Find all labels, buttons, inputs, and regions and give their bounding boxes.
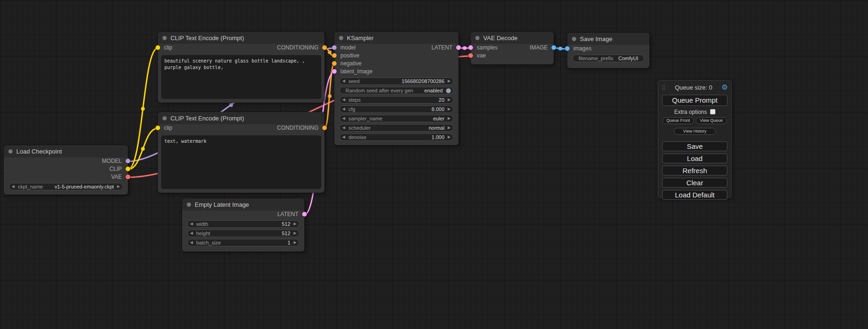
input-slot-samples[interactable] xyxy=(468,45,473,50)
load-default-button[interactable]: Load Default xyxy=(662,190,727,200)
ckpt-name-widget[interactable]: ◀ ckpt_name v1-5-pruned-emaonly.ckpt ▶ xyxy=(9,183,123,190)
output-slot-model[interactable] xyxy=(126,159,130,163)
widget-value: 1 xyxy=(288,240,290,245)
node-title-bar[interactable]: Empty Latent Image xyxy=(182,198,304,210)
increment-arrow-icon[interactable]: ▶ xyxy=(448,115,451,122)
filename-prefix-widget[interactable]: filename_prefix ComfyUI xyxy=(572,55,644,62)
node-title: KSampler xyxy=(347,35,374,42)
input-slot-vae[interactable] xyxy=(468,53,473,58)
output-slot-clip[interactable] xyxy=(126,167,130,171)
increment-arrow-icon[interactable]: ▶ xyxy=(294,220,296,228)
view-queue-button[interactable]: View Queue xyxy=(696,117,727,124)
increment-arrow-icon[interactable]: ▶ xyxy=(294,239,296,246)
load-button[interactable]: Load xyxy=(662,154,727,163)
output-slot-conditioning[interactable] xyxy=(322,45,327,50)
batch-size-widget[interactable]: ◀ batch_size 1 ▶ xyxy=(187,239,299,246)
collapse-dot-icon[interactable] xyxy=(162,36,167,40)
link-latent-sampler-midpoint-icon xyxy=(463,46,466,50)
width-widget[interactable]: ◀ width 512 ▶ xyxy=(187,220,299,228)
output-label-conditioning: CONDITIONING xyxy=(277,44,318,52)
widget-value: 20 xyxy=(439,97,445,103)
node-save-image[interactable]: Save Image images filename_prefix ComfyU… xyxy=(567,33,649,68)
increment-arrow-icon[interactable]: ▶ xyxy=(294,230,296,237)
queue-prompt-button[interactable]: Queue Prompt xyxy=(662,95,727,106)
graph-canvas[interactable]: Load Checkpoint MODEL CLIP VAE ◀ ckpt_na… xyxy=(0,0,868,329)
input-slot-images[interactable] xyxy=(565,46,570,51)
collapse-dot-icon[interactable] xyxy=(572,37,576,41)
prompt-textarea[interactable]: beautiful scenery nature glass bottle la… xyxy=(161,55,321,99)
increment-arrow-icon[interactable]: ▶ xyxy=(448,105,451,113)
random-seed-toggle-widget[interactable]: Random seed after every gen enabled xyxy=(339,87,453,94)
input-slot-model[interactable] xyxy=(332,45,337,50)
widget-label: width xyxy=(196,221,208,227)
toggle-knob-icon[interactable] xyxy=(446,88,451,93)
output-slot-conditioning[interactable] xyxy=(322,126,327,130)
collapse-dot-icon[interactable] xyxy=(8,149,13,154)
input-label-negative: negative xyxy=(340,60,361,68)
node-load-checkpoint[interactable]: Load Checkpoint MODEL CLIP VAE ◀ ckpt_na… xyxy=(4,145,128,195)
collapse-dot-icon[interactable] xyxy=(162,116,167,120)
node-clip-text-encode-negative[interactable]: CLIP Text Encode (Prompt) clip CONDITION… xyxy=(158,112,325,193)
node-empty-latent-image[interactable]: Empty Latent Image LATENT ◀ width 512 ▶ … xyxy=(182,198,304,252)
denoise-widget[interactable]: ◀ denoise 1.000 ▶ xyxy=(339,133,453,141)
input-slot-clip[interactable] xyxy=(155,45,160,50)
node-title-bar[interactable]: Load Checkpoint xyxy=(4,145,128,157)
increment-arrow-icon[interactable]: ▶ xyxy=(448,77,451,85)
widget-label: cfg xyxy=(348,106,355,112)
output-label-image: IMAGE xyxy=(529,44,548,52)
node-clip-text-encode-positive[interactable]: CLIP Text Encode (Prompt) clip CONDITION… xyxy=(158,32,325,103)
collapse-dot-icon[interactable] xyxy=(187,203,191,207)
node-ksampler[interactable]: KSampler model LATENT positive negative … xyxy=(334,32,459,145)
output-slot-image[interactable] xyxy=(551,45,556,50)
output-slot-latent[interactable] xyxy=(302,212,307,217)
queue-front-button[interactable]: Queue Front xyxy=(663,117,694,124)
extra-options-label: Extra options xyxy=(674,109,707,115)
increment-arrow-icon[interactable]: ▶ xyxy=(117,183,120,190)
decrement-arrow-icon[interactable]: ◀ xyxy=(190,220,193,228)
cfg-widget[interactable]: ◀ cfg 8.000 ▶ xyxy=(339,105,453,113)
extra-options-checkbox[interactable] xyxy=(710,109,715,114)
settings-gear-icon[interactable]: ⚙ xyxy=(722,83,728,91)
save-button[interactable]: Save xyxy=(662,141,727,151)
input-label-model: model xyxy=(340,44,356,52)
drag-handle-icon[interactable]: ⣿ xyxy=(662,84,665,91)
increment-arrow-icon[interactable]: ▶ xyxy=(448,124,451,132)
node-title-bar[interactable]: KSampler xyxy=(334,32,459,44)
seed-widget[interactable]: ◀ seed 156680208700286 ▶ xyxy=(339,77,453,85)
input-slot-clip[interactable] xyxy=(155,126,160,130)
node-vae-decode[interactable]: VAE Decode samples IMAGE vae xyxy=(471,32,554,64)
input-slot-negative[interactable] xyxy=(332,61,337,66)
decrement-arrow-icon[interactable]: ◀ xyxy=(190,230,193,237)
output-label-clip: CLIP xyxy=(109,165,122,173)
decrement-arrow-icon[interactable]: ◀ xyxy=(342,96,345,104)
refresh-button[interactable]: Refresh xyxy=(662,166,727,175)
input-slot-latent-image[interactable] xyxy=(332,69,337,74)
node-title-bar[interactable]: CLIP Text Encode (Prompt) xyxy=(158,112,325,124)
node-title-bar[interactable]: VAE Decode xyxy=(471,32,554,44)
widget-label: ckpt_name xyxy=(18,184,43,189)
scheduler-widget[interactable]: ◀ scheduler normal ▶ xyxy=(339,124,453,132)
decrement-arrow-icon[interactable]: ◀ xyxy=(342,124,345,132)
decrement-arrow-icon[interactable]: ◀ xyxy=(342,77,345,85)
height-widget[interactable]: ◀ height 512 ▶ xyxy=(187,230,299,237)
increment-arrow-icon[interactable]: ▶ xyxy=(448,96,451,104)
input-slot-positive[interactable] xyxy=(332,53,337,58)
collapse-dot-icon[interactable] xyxy=(475,36,480,40)
steps-widget[interactable]: ◀ steps 20 ▶ xyxy=(339,96,453,104)
clear-button[interactable]: Clear xyxy=(662,178,727,188)
collapse-dot-icon[interactable] xyxy=(339,36,343,40)
decrement-arrow-icon[interactable]: ◀ xyxy=(190,239,193,246)
decrement-arrow-icon[interactable]: ◀ xyxy=(342,115,345,122)
output-slot-vae[interactable] xyxy=(126,175,130,179)
view-history-button[interactable]: View History xyxy=(674,128,716,135)
decrement-arrow-icon[interactable]: ◀ xyxy=(342,105,345,113)
link-model-midpoint-icon xyxy=(229,103,233,107)
prompt-textarea[interactable]: text, watermark xyxy=(161,135,321,189)
increment-arrow-icon[interactable]: ▶ xyxy=(448,133,451,141)
decrement-arrow-icon[interactable]: ◀ xyxy=(12,183,14,190)
node-title-bar[interactable]: CLIP Text Encode (Prompt) xyxy=(158,32,325,44)
decrement-arrow-icon[interactable]: ◀ xyxy=(342,133,345,141)
sampler-name-widget[interactable]: ◀ sampler_name euler ▶ xyxy=(339,115,453,122)
output-slot-latent[interactable] xyxy=(456,45,461,50)
node-title-bar[interactable]: Save Image xyxy=(567,33,649,45)
